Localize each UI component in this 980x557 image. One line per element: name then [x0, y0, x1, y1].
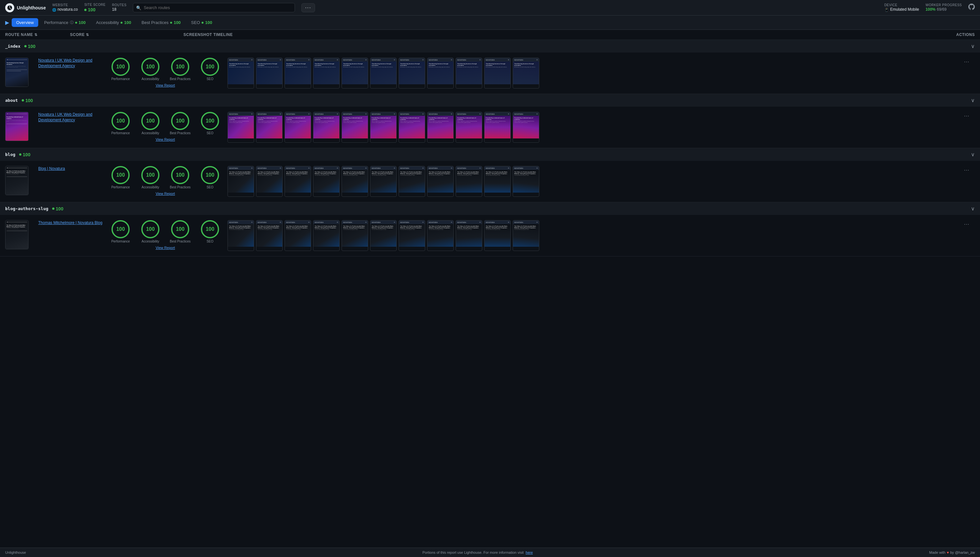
actions-btn-blog[interactable]: ··· [959, 166, 975, 174]
screenshot-thumb: NOVATURA ≡ The Value of a Professionally… [427, 220, 454, 251]
screenshot-thumb: NOVATURA ≡ Founded by a talented team of… [313, 112, 340, 143]
route-name-blog-authors-slug: blog-authors-slug [5, 206, 48, 211]
chevron-icon: ∨ [971, 43, 975, 49]
route-content-blog: The Value of a Professionally Made Websi… [0, 161, 980, 202]
seo-dot [202, 22, 203, 24]
accessibility-score-blog-authors-slug: 100 Accessibility [137, 220, 164, 243]
route-score-index: 100 [24, 44, 35, 49]
view-report-link-index[interactable]: View Report [107, 83, 224, 87]
page-link-blog[interactable]: Blog | Novatura [38, 166, 65, 171]
score-dot [84, 9, 86, 11]
route-section-blog-authors-slug: blog-authors-slug 100 ∨ The Value of a P… [0, 202, 980, 256]
tab-seo[interactable]: SEO 100 [187, 18, 217, 27]
scores-grid-blog: 100 Performance 100 Accessibility 100 Be… [107, 166, 224, 189]
more-button[interactable]: ··· [301, 3, 315, 12]
device-meta: DEVICE 📱 Emulated Mobile [884, 3, 919, 12]
accessibility-dot [120, 22, 122, 24]
col-score[interactable]: Score ⇅ [70, 33, 184, 37]
table-header: Route Name ⇅ Score ⇅ Screenshot Timeline… [0, 30, 980, 40]
chevron-icon: ∨ [971, 97, 975, 103]
screenshot-thumb: NOVATURA ≡ The Value of a Professionally… [313, 220, 340, 251]
accessibility-score: 100 [124, 20, 131, 25]
page-link-wrap-about[interactable]: Novatura | UK Web Design and Development… [38, 112, 103, 123]
tab-overview[interactable]: Overview [12, 18, 38, 27]
col-screenshot-label: Screenshot Timeline [184, 33, 233, 37]
screenshot-thumb: NOVATURA ≡ Transforming business through… [370, 58, 397, 88]
screenshot-thumb: NOVATURA ≡ Founded by a talented team of… [484, 112, 511, 143]
view-report-link-about[interactable]: View Report [107, 137, 224, 142]
page-link-blog-authors-slug[interactable]: Thomas Mitchelmore | Novatura Blog [38, 220, 102, 225]
github-icon[interactable] [968, 3, 975, 12]
seo-score-blog: 100 SEO [197, 166, 224, 189]
screenshot-thumb: NOVATURA ≡ Transforming business through… [341, 58, 368, 88]
route-name-about: about [5, 98, 18, 103]
screenshot-thumb: NOVATURA ≡ Transforming business through… [513, 58, 539, 88]
performance-dot [75, 22, 77, 24]
page-link-wrap-blog[interactable]: Blog | Novatura [38, 166, 103, 171]
route-score-blog: 100 [19, 152, 30, 157]
route-header-index[interactable]: _index 100 ∨ [0, 40, 980, 52]
footer-right-prefix: Made with [929, 550, 945, 554]
screenshots-row-index: NOVATURA ≡ Transforming business through… [228, 58, 955, 88]
actions-btn-index[interactable]: ··· [959, 58, 975, 66]
screenshot-thumb: NOVATURA ≡ The Value of a Professionally… [256, 166, 283, 197]
view-report-link-blog-authors-slug[interactable]: View Report [107, 246, 224, 250]
routes-value: 18 [112, 7, 127, 12]
page-link-wrap-index[interactable]: Novatura | UK Web Design and Development… [38, 58, 103, 69]
search-bar[interactable]: 🔍 [133, 3, 295, 12]
device-value: 📱 Emulated Mobile [884, 7, 919, 12]
col-actions: Actions [936, 33, 975, 37]
view-report-link-blog[interactable]: View Report [107, 192, 224, 195]
footer: Unlighthouse Portions of this report use… [0, 547, 980, 557]
tab-arrow[interactable]: ▶ [4, 18, 10, 27]
footer-left: Unlighthouse [5, 550, 26, 554]
screenshot-thumb: NOVATURA ≡ The Value of a Professionally… [228, 220, 254, 251]
logo-area[interactable]: Unlighthouse [5, 3, 46, 12]
screenshot-thumb: NOVATURA ≡ The Value of a Professionally… [284, 166, 311, 197]
route-header-about[interactable]: about 100 ∨ [0, 94, 980, 107]
actions-btn-blog-authors-slug[interactable]: ··· [959, 220, 975, 228]
route-content-index: Transforming business through innovation… [0, 52, 980, 94]
route-content-blog-authors-slug: The Value of a Professionally Made Websi… [0, 215, 980, 256]
scores-col-about: 100 Performance 100 Accessibility 100 Be… [107, 112, 224, 142]
screenshot-thumb: NOVATURA ≡ The Value of a Professionally… [456, 166, 482, 197]
accessibility-score-blog: 100 Accessibility [137, 166, 164, 189]
screenshots-row-blog-authors-slug: NOVATURA ≡ The Value of a Professionally… [228, 220, 955, 251]
route-score-blog-authors-slug: 100 [52, 206, 63, 212]
tab-best-practices-label: Best Practices [141, 20, 169, 25]
seo-score-index: 100 SEO [197, 58, 224, 81]
footer-here-link[interactable]: here [526, 550, 533, 554]
screenshot-thumb: NOVATURA ≡ Founded by a talented team of… [284, 112, 311, 143]
screenshot-thumb: NOVATURA ≡ The Value of a Professionally… [484, 220, 511, 251]
route-header-blog-authors-slug[interactable]: blog-authors-slug 100 ∨ [0, 202, 980, 215]
search-input[interactable] [133, 3, 295, 12]
actions-btn-about[interactable]: ··· [959, 112, 975, 120]
col-route-name[interactable]: Route Name ⇅ [5, 33, 70, 37]
screenshot-thumb: NOVATURA ≡ The Value of a Professionally… [284, 220, 311, 251]
routes-container: _index 100 ∨ Transforming business throu… [0, 40, 980, 256]
info-icon: ⓘ [70, 20, 73, 25]
screenshot-thumb: NOVATURA ≡ Transforming business through… [456, 58, 482, 88]
seo-score: 100 [205, 20, 212, 25]
tab-accessibility-label: Accessibility [96, 20, 119, 25]
performance-score-blog: 100 Performance [107, 166, 134, 189]
page-link-about[interactable]: Novatura | UK Web Design and Development… [38, 112, 93, 122]
tab-accessibility[interactable]: Accessibility 100 [91, 18, 136, 27]
page-link-index[interactable]: Novatura | UK Web Design and Development… [38, 58, 93, 68]
footer-right-suffix: by @harlan_zw [950, 550, 975, 554]
website-label: WEBSITE [52, 3, 78, 7]
routes-meta: ROUTES 18 [112, 3, 127, 12]
screenshot-thumb: NOVATURA ≡ Transforming business through… [228, 58, 254, 88]
page-link-wrap-blog-authors-slug[interactable]: Thomas Mitchelmore | Novatura Blog [38, 220, 103, 226]
route-header-blog[interactable]: blog 100 ∨ [0, 148, 980, 161]
route-section-blog: blog 100 ∨ The Value of a Professionally… [0, 148, 980, 202]
footer-right: Made with ♥ by @harlan_zw [929, 550, 975, 554]
scores-col-blog-authors-slug: 100 Performance 100 Accessibility 100 Be… [107, 220, 224, 250]
screenshot-thumb: NOVATURA ≡ Founded by a talented team of… [427, 112, 454, 143]
seo-score-about: 100 SEO [197, 112, 224, 135]
tab-best-practices[interactable]: Best Practices 100 [137, 18, 185, 27]
tab-performance[interactable]: Performance ⓘ 100 [39, 18, 90, 27]
screenshot-thumb: NOVATURA ≡ The Value of a Professionally… [370, 220, 397, 251]
seo-score-blog-authors-slug: 100 SEO [197, 220, 224, 243]
site-score-value: 100 [84, 7, 106, 13]
